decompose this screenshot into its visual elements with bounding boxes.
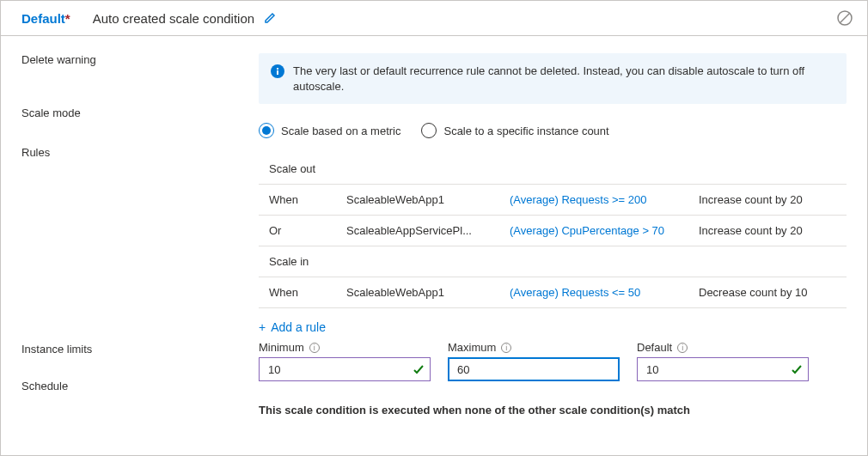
rule-action: Increase count by 20 bbox=[699, 224, 836, 237]
rule-resource: ScaleableAppServicePl... bbox=[346, 224, 510, 237]
header-title: Default* bbox=[21, 11, 70, 26]
rule-row[interactable]: Or ScaleableAppServicePl... (Average) Cp… bbox=[259, 216, 847, 246]
limit-input-wrap[interactable] bbox=[448, 357, 620, 381]
help-icon[interactable]: i bbox=[501, 343, 511, 353]
rule-resource: ScaleableWebApp1 bbox=[346, 286, 510, 299]
radio-label: Scale to a specific instance count bbox=[443, 125, 608, 137]
rule-row[interactable]: When ScaleableWebApp1 (Average) Requests… bbox=[259, 277, 847, 308]
label-scale-mode: Scale mode bbox=[21, 106, 259, 146]
svg-rect-4 bbox=[277, 68, 278, 70]
rule-op: Or bbox=[269, 224, 346, 237]
rule-row[interactable]: When ScaleableWebApp1 (Average) Requests… bbox=[259, 185, 847, 216]
minimum-input[interactable] bbox=[266, 362, 406, 377]
label-rules: Rules bbox=[21, 146, 259, 318]
rule-action: Decrease count by 10 bbox=[699, 286, 836, 299]
radio-scale-count[interactable]: Scale to a specific instance count bbox=[421, 123, 608, 138]
limit-maximum: Maximum i bbox=[448, 341, 620, 381]
limit-default: Default i bbox=[637, 341, 809, 381]
maximum-input[interactable] bbox=[455, 362, 595, 377]
info-icon bbox=[271, 64, 284, 78]
edit-icon[interactable] bbox=[263, 11, 277, 25]
radio-scale-metric[interactable]: Scale based on a metric bbox=[259, 123, 400, 138]
rule-action: Increase count by 20 bbox=[699, 193, 836, 206]
disable-icon[interactable] bbox=[836, 9, 853, 27]
rule-op: When bbox=[269, 193, 346, 206]
limit-input-wrap[interactable] bbox=[259, 357, 431, 381]
default-input[interactable] bbox=[645, 362, 784, 377]
svg-line-1 bbox=[840, 14, 850, 23]
radio-label: Scale based on a metric bbox=[281, 125, 400, 137]
help-icon[interactable]: i bbox=[677, 343, 688, 353]
delete-warning-alert: The very last or default recurrence rule… bbox=[259, 53, 847, 104]
rules-table: Scale out When ScaleableWebApp1 (Average… bbox=[259, 154, 847, 308]
header-subtitle: Auto created scale condition bbox=[93, 11, 254, 26]
labels-column: Delete warning Scale mode Rules Instance… bbox=[21, 53, 259, 438]
label-schedule: Schedule bbox=[21, 380, 259, 407]
scale-out-header: Scale out bbox=[259, 154, 847, 185]
limit-label-text: Default bbox=[637, 341, 672, 354]
rule-condition-link[interactable]: (Average) CpuPercentage > 70 bbox=[510, 224, 699, 237]
scale-condition-panel: Default* Auto created scale condition De… bbox=[0, 0, 868, 456]
scale-in-header: Scale in bbox=[259, 246, 847, 277]
svg-rect-3 bbox=[277, 70, 278, 75]
rule-resource: ScaleableWebApp1 bbox=[346, 193, 510, 206]
label-instance-limits: Instance limits bbox=[21, 318, 259, 380]
panel-body: Delete warning Scale mode Rules Instance… bbox=[1, 36, 867, 455]
limit-input-wrap[interactable] bbox=[637, 357, 809, 381]
panel-header: Default* Auto created scale condition bbox=[1, 1, 867, 36]
alert-text: The very last or default recurrence rule… bbox=[293, 64, 834, 94]
content-column: The very last or default recurrence rule… bbox=[259, 53, 847, 438]
radio-icon bbox=[259, 123, 274, 138]
check-icon bbox=[791, 363, 803, 375]
add-rule-button[interactable]: + Add a rule bbox=[259, 320, 847, 334]
instance-limits-row: Minimum i Maximum i bbox=[259, 341, 847, 381]
rule-condition-link[interactable]: (Average) Requests <= 50 bbox=[510, 286, 699, 299]
add-rule-label: Add a rule bbox=[271, 320, 326, 334]
check-icon bbox=[413, 363, 425, 375]
limit-minimum: Minimum i bbox=[259, 341, 431, 381]
limit-label-text: Maximum bbox=[448, 341, 496, 354]
rule-op: When bbox=[269, 286, 346, 299]
help-icon[interactable]: i bbox=[309, 343, 320, 353]
plus-icon: + bbox=[259, 320, 266, 334]
radio-icon bbox=[421, 123, 437, 138]
limit-label-text: Minimum bbox=[259, 341, 304, 354]
schedule-text: This scale condition is executed when no… bbox=[259, 404, 847, 416]
label-delete-warning: Delete warning bbox=[21, 53, 259, 106]
rule-condition-link[interactable]: (Average) Requests >= 200 bbox=[510, 193, 699, 206]
scale-mode-radio-group: Scale based on a metric Scale to a speci… bbox=[259, 123, 847, 138]
